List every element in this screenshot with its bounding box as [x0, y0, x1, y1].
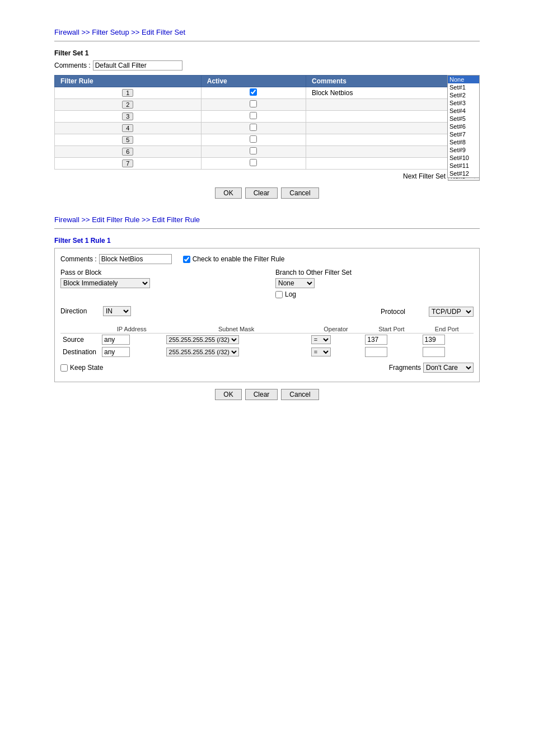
th-active: Active [201, 76, 306, 87]
dropdown-item[interactable]: Set#6 [448, 123, 479, 130]
dropdown-item[interactable]: Set#11 [448, 162, 479, 170]
table-row: 1Block Netbios [55, 87, 480, 99]
table-row: 5 [55, 134, 480, 146]
dest-operator-select[interactable]: =!=>< [311, 348, 331, 356]
divider-1 [54, 41, 480, 41]
rule-comments-label: Comments : [60, 255, 97, 263]
dest-start-port-input[interactable] [365, 347, 387, 357]
table-row: 6 [55, 146, 480, 158]
filter-set-label-1: Filter Set 1 [54, 49, 480, 57]
dropdown-item[interactable]: Set#10 [448, 154, 479, 162]
source-mask-select[interactable]: 255.255.255.255 (/32)255.255.255.0 (/24)… [166, 335, 239, 344]
dropdown-item[interactable]: Set#8 [448, 138, 479, 146]
source-ip-cell [100, 334, 164, 346]
active-checkbox[interactable] [250, 112, 257, 119]
log-checkbox[interactable] [275, 291, 283, 298]
dropdown-item[interactable]: Set#4 [448, 107, 479, 115]
source-end-port-cell [420, 334, 474, 346]
pass-block-select[interactable]: Block ImmediatelyPass ImmediatelyBlock I… [60, 278, 150, 288]
filter-rule-section: Firewall >> Edit Filter Rule >> Edit Fil… [54, 215, 480, 400]
cancel-button-1[interactable]: Cancel [281, 187, 318, 199]
filter-table-wrapper: Filter Rule Active Comments 1Block Netbi… [54, 75, 480, 170]
dropdown-item[interactable]: Set#2 [448, 91, 479, 99]
filter-set-rule-label: Filter Set 1 Rule 1 [54, 237, 480, 245]
dest-label: Destination [60, 346, 100, 358]
direction-container: Direction INOUTBoth [60, 306, 131, 316]
direction-select[interactable]: INOUTBoth [103, 306, 131, 316]
pass-side: Pass or Block Block ImmediatelyPass Imme… [60, 269, 259, 288]
source-start-port-cell [363, 334, 420, 346]
dest-end-port-cell [420, 346, 474, 358]
dest-ip-cell [100, 346, 164, 358]
fragments-container: Fragments Don't CareUnfragmentedFragment… [389, 363, 474, 373]
rule-button[interactable]: 7 [122, 159, 133, 167]
breadcrumb-2: Firewall >> Edit Filter Rule >> Edit Fil… [54, 215, 480, 224]
rule-comments-input[interactable] [99, 254, 172, 264]
active-checkbox[interactable] [250, 88, 257, 96]
source-mask-cell: 255.255.255.255 (/32)255.255.255.0 (/24)… [164, 334, 309, 346]
active-checkbox[interactable] [250, 159, 257, 166]
table-row: 4 [55, 123, 480, 134]
source-operator-select[interactable]: =!=>< [311, 335, 331, 344]
ok-button-2[interactable]: OK [215, 389, 241, 400]
clear-button-1[interactable]: Clear [245, 187, 278, 199]
cancel-button-2[interactable]: Cancel [281, 389, 318, 400]
dropdown-item[interactable]: Set#1 [448, 83, 479, 91]
dest-end-port-input[interactable] [423, 347, 445, 357]
keep-state-checkbox[interactable] [60, 364, 68, 372]
dir-proto-row: Direction INOUTBoth Protocol TCP/UDPTCPU… [60, 303, 474, 321]
source-operator-cell: =!=>< [309, 334, 363, 346]
rule-button[interactable]: 6 [122, 148, 133, 156]
direction-label: Direction [60, 307, 100, 315]
table-row: 3 [55, 111, 480, 123]
rule-button[interactable]: 4 [122, 124, 133, 132]
table-row: 7 [55, 158, 480, 170]
dropdown-item[interactable]: Set#12 [448, 170, 479, 177]
comments-label-1: Comments : [54, 62, 91, 69]
dropdown-item[interactable]: Set#5 [448, 115, 479, 123]
th-filter-rule: Filter Rule [55, 76, 202, 87]
dest-row: Destination 255.255.255.255 (/32)255.255… [60, 346, 474, 358]
rule-form-box: Comments : Check to enable the Filter Ru… [54, 248, 480, 382]
dropdown-item[interactable]: Set#7 [448, 130, 479, 138]
active-checkbox[interactable] [250, 135, 257, 143]
filter-set-dropdown[interactable]: NoneSet#1Set#2Set#3Set#4Set#5Set#6Set#7S… [447, 75, 480, 178]
protocol-select[interactable]: TCP/UDPTCPUDPICMPAny [429, 307, 474, 317]
dropdown-item[interactable]: Set#9 [448, 146, 479, 154]
rule-button[interactable]: 3 [122, 112, 133, 120]
dest-mask-select[interactable]: 255.255.255.255 (/32)255.255.255.0 (/24)… [166, 348, 239, 356]
rule-button[interactable]: 2 [122, 101, 133, 109]
source-start-port-input[interactable] [365, 335, 387, 345]
keep-state-label: Keep State [70, 364, 103, 372]
comments-input-1[interactable] [93, 60, 182, 71]
dest-operator-cell: =!=>< [309, 346, 363, 358]
dropdown-item[interactable]: Set#3 [448, 99, 479, 107]
dropdown-item[interactable]: None [448, 76, 479, 83]
log-label: Log [285, 290, 296, 298]
source-ip-input[interactable] [102, 335, 130, 345]
fragments-select[interactable]: Don't CareUnfragmentedFragmentedToo Shor… [423, 363, 474, 373]
next-filter-row: Next Filter Set NoneSet#1Set#2Set#3Set#4… [54, 172, 480, 181]
ip-th-mask: Subnet Mask [164, 325, 309, 334]
clear-button-2[interactable]: Clear [245, 389, 278, 400]
filter-table: Filter Rule Active Comments 1Block Netbi… [54, 75, 480, 170]
breadcrumb-1: Firewall >> Filter Setup >> Edit Filter … [54, 28, 480, 36]
pass-branch-row: Pass or Block Block ImmediatelyPass Imme… [60, 269, 474, 298]
active-checkbox[interactable] [250, 124, 257, 131]
ok-button-1[interactable]: OK [215, 187, 241, 199]
rule-form: Comments : Check to enable the Filter Ru… [60, 254, 474, 373]
active-checkbox[interactable] [250, 100, 257, 107]
active-checkbox[interactable] [250, 147, 257, 154]
source-label: Source [60, 334, 100, 346]
source-end-port-input[interactable] [423, 335, 445, 345]
ip-th-empty [60, 325, 100, 334]
dest-ip-input[interactable] [102, 347, 130, 357]
next-filter-label: Next Filter Set [403, 172, 446, 180]
enable-checkbox[interactable] [183, 256, 190, 263]
branch-select[interactable]: NoneSet#1Set#2Set#3 [275, 278, 315, 288]
keep-state-row: Keep State Fragments Don't CareUnfragmen… [60, 363, 474, 373]
ip-table: IP Address Subnet Mask Operator Start Po… [60, 325, 474, 358]
rule-button[interactable]: 1 [122, 89, 133, 97]
rule-button[interactable]: 5 [122, 136, 133, 144]
rule-comments-row: Comments : Check to enable the Filter Ru… [60, 254, 474, 264]
